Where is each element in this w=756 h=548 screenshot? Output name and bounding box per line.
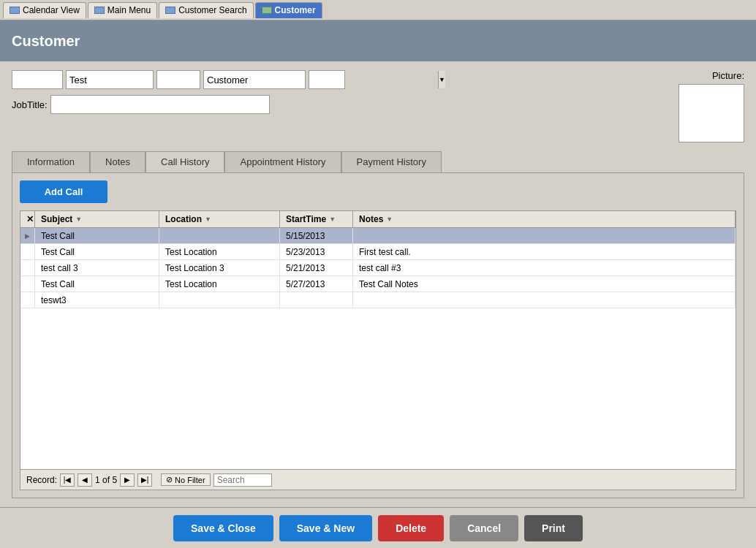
- tab-payment-history[interactable]: Payment History: [341, 151, 442, 172]
- middle-name-input[interactable]: [156, 70, 200, 89]
- tab-content-call-history: Add Call ✕ Subject ▼ Location ▼ StartTim…: [12, 172, 744, 498]
- table-row[interactable]: test call 3 Test Location 3 5/21/2013 te…: [20, 260, 736, 276]
- cell-notes-2: First test call.: [353, 244, 736, 259]
- cell-subject-2: Test Call: [35, 244, 159, 259]
- cell-subject-4: Test Call: [35, 276, 159, 292]
- cell-subject-1: Test Call: [35, 228, 159, 243]
- nav-next-btn[interactable]: ▶: [120, 473, 135, 487]
- job-title-input[interactable]: [50, 95, 270, 114]
- sort-subject-icon: ▼: [75, 216, 82, 223]
- suffix-input[interactable]: [309, 73, 438, 87]
- cell-subject-5: teswt3: [35, 292, 159, 308]
- tab-main-menu[interactable]: Main Menu: [88, 2, 157, 18]
- tab-information[interactable]: Information: [12, 151, 90, 172]
- cell-starttime-4: 5/27/2013: [280, 276, 353, 292]
- page-header: Customer: [0, 20, 756, 61]
- cell-starttime-5: [280, 292, 353, 308]
- form-left: ▼ Test Customer ▼ JobTitle:: [12, 70, 670, 114]
- sort-notes-icon: ▼: [386, 216, 393, 223]
- page-title: Customer: [12, 33, 80, 50]
- tab-calendar-view[interactable]: Calendar View: [3, 2, 86, 18]
- tab-calendar-view-label: Calendar View: [23, 5, 80, 15]
- print-button[interactable]: Print: [524, 515, 583, 541]
- no-filter-label: No Filter: [175, 476, 205, 484]
- title-bar: Calendar View Main Menu Customer Search …: [0, 0, 756, 20]
- cell-location-4: Test Location: [159, 276, 280, 292]
- header-indicator: ✕: [20, 211, 35, 227]
- table-row[interactable]: Test Call Test Location 5/23/2013 First …: [20, 244, 736, 260]
- row-indicator-4: [20, 276, 35, 292]
- tab-main-menu-label: Main Menu: [107, 5, 151, 15]
- row-indicator-3: [20, 260, 35, 275]
- main-menu-icon: [94, 7, 105, 14]
- row-indicator-5: [20, 292, 35, 308]
- grid-body: Test Call 5/15/2013 Test Call Test Locat…: [20, 228, 736, 469]
- no-filter-icon: ⊘: [166, 475, 173, 484]
- tab-customer-label: Customer: [275, 5, 316, 15]
- header-notes[interactable]: Notes ▼: [353, 211, 736, 227]
- cell-location-5: [159, 292, 280, 308]
- tab-appointment-history[interactable]: Appointment History: [224, 151, 341, 172]
- customer-icon: [262, 7, 272, 14]
- header-subject[interactable]: Subject ▼: [35, 211, 159, 227]
- tab-customer-search-label: Customer Search: [178, 5, 246, 15]
- sort-starttime-icon: ▼: [329, 216, 336, 223]
- tab-call-history[interactable]: Call History: [145, 151, 224, 172]
- header-starttime[interactable]: StartTime ▼: [280, 211, 353, 227]
- add-call-button[interactable]: Add Call: [20, 180, 107, 203]
- call-history-grid: ✕ Subject ▼ Location ▼ StartTime ▼ Notes…: [20, 210, 736, 490]
- record-label: Record:: [26, 475, 57, 485]
- nav-prev-btn[interactable]: ◀: [78, 473, 92, 487]
- table-row[interactable]: Test Call 5/15/2013: [20, 228, 736, 244]
- picture-area: Picture:: [678, 70, 744, 142]
- tab-notes[interactable]: Notes: [90, 151, 145, 172]
- save-new-button[interactable]: Save & New: [279, 515, 372, 541]
- record-nav: Record: |◀ ◀ 1 of 5 ▶ ▶| ⊘ No Filter: [20, 469, 736, 490]
- cell-location-2: Test Location: [159, 244, 280, 259]
- sort-location-icon: ▼: [205, 216, 211, 223]
- job-title-row: JobTitle:: [12, 95, 670, 114]
- customer-search-icon: [165, 7, 175, 14]
- picture-label: Picture:: [712, 70, 744, 81]
- last-name-input[interactable]: Customer: [203, 70, 306, 89]
- main-content: ▼ Test Customer ▼ JobTitle: Picture: Inf: [0, 61, 756, 507]
- suffix-dropdown-btn[interactable]: ▼: [438, 71, 445, 88]
- bottom-bar: Save & Close Save & New Delete Cancel Pr…: [0, 507, 756, 548]
- cell-notes-3: test call #3: [353, 260, 736, 275]
- nav-first-btn[interactable]: |◀: [60, 473, 75, 487]
- content-tabs-bar: Information Notes Call History Appointme…: [12, 151, 744, 172]
- cell-subject-3: test call 3: [35, 260, 159, 275]
- search-input[interactable]: [213, 473, 272, 487]
- cell-location-3: Test Location 3: [159, 260, 280, 275]
- delete-button[interactable]: Delete: [378, 515, 444, 541]
- form-area: ▼ Test Customer ▼ JobTitle: Picture:: [12, 70, 744, 142]
- cell-location-1: [159, 228, 280, 243]
- table-row[interactable]: teswt3: [20, 292, 736, 308]
- first-name-input[interactable]: Test: [66, 70, 154, 89]
- tab-customer-search[interactable]: Customer Search: [159, 2, 253, 18]
- prefix-dropdown[interactable]: ▼: [12, 70, 63, 89]
- cell-notes-5: [353, 292, 736, 308]
- name-row: ▼ Test Customer ▼: [12, 70, 670, 89]
- picture-box: [678, 84, 744, 142]
- cancel-button[interactable]: Cancel: [450, 515, 518, 541]
- nav-last-btn[interactable]: ▶|: [137, 473, 152, 487]
- row-indicator-2: [20, 244, 35, 259]
- table-row[interactable]: Test Call Test Location 5/27/2013 Test C…: [20, 276, 736, 292]
- header-location[interactable]: Location ▼: [159, 211, 280, 227]
- suffix-dropdown[interactable]: ▼: [309, 70, 345, 89]
- calendar-view-icon: [10, 7, 20, 14]
- no-filter-btn[interactable]: ⊘ No Filter: [161, 473, 211, 486]
- grid-header: ✕ Subject ▼ Location ▼ StartTime ▼ Notes…: [20, 211, 736, 228]
- row-indicator-1: [20, 228, 35, 243]
- record-position: 1 of 5: [95, 475, 117, 485]
- save-close-button[interactable]: Save & Close: [173, 515, 273, 541]
- cell-starttime-3: 5/21/2013: [280, 260, 353, 275]
- job-title-label: JobTitle:: [12, 99, 48, 110]
- cell-notes-4: Test Call Notes: [353, 276, 736, 292]
- tab-customer[interactable]: Customer: [255, 2, 322, 18]
- cell-starttime-2: 5/23/2013: [280, 244, 353, 259]
- cell-notes-1: [353, 228, 736, 243]
- cell-starttime-1: 5/15/2013: [280, 228, 353, 243]
